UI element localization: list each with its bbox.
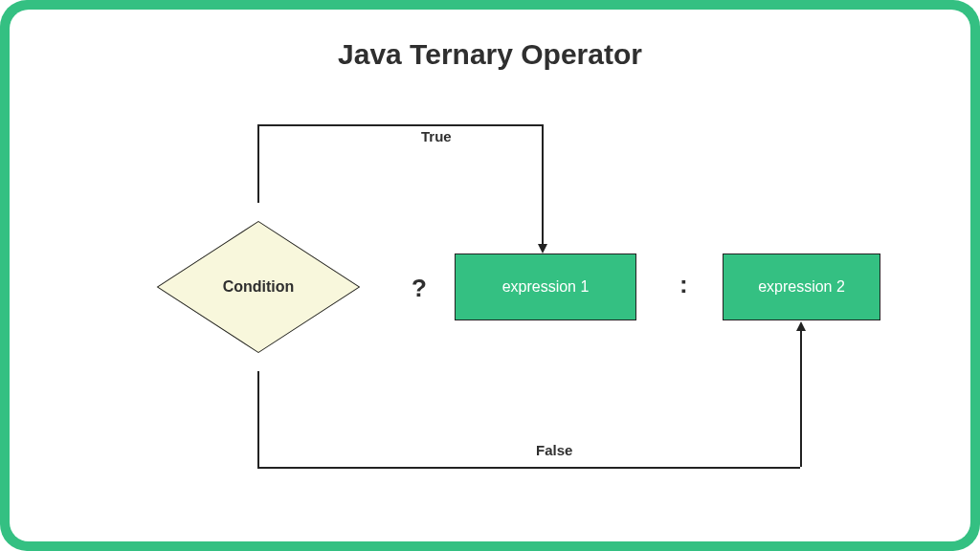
diagram-canvas: Java Ternary Operator Condition ? expres…: [10, 10, 970, 541]
outer-frame: Java Ternary Operator Condition ? expres…: [0, 0, 980, 551]
condition-label: Condition: [148, 201, 368, 373]
condition-node: Condition: [148, 201, 368, 373]
colon-symbol: :: [679, 270, 688, 299]
expression-1-box: expression 1: [455, 253, 636, 320]
true-connector-segment: [257, 124, 542, 126]
true-arrowhead-icon: [538, 244, 547, 253]
true-edge-label: True: [421, 128, 452, 144]
false-connector-segment: [257, 467, 800, 469]
expression-1-label: expression 1: [502, 278, 590, 296]
page-title: Java Ternary Operator: [10, 38, 970, 71]
true-connector-segment: [542, 124, 544, 245]
expression-2-label: expression 2: [758, 278, 845, 296]
false-arrowhead-icon: [796, 321, 806, 331]
expression-2-box: expression 2: [723, 253, 880, 320]
question-mark-symbol: ?: [412, 274, 427, 303]
false-connector-segment: [257, 371, 259, 467]
false-connector-segment: [800, 330, 802, 467]
false-edge-label: False: [536, 442, 572, 458]
true-connector-segment: [257, 124, 259, 203]
